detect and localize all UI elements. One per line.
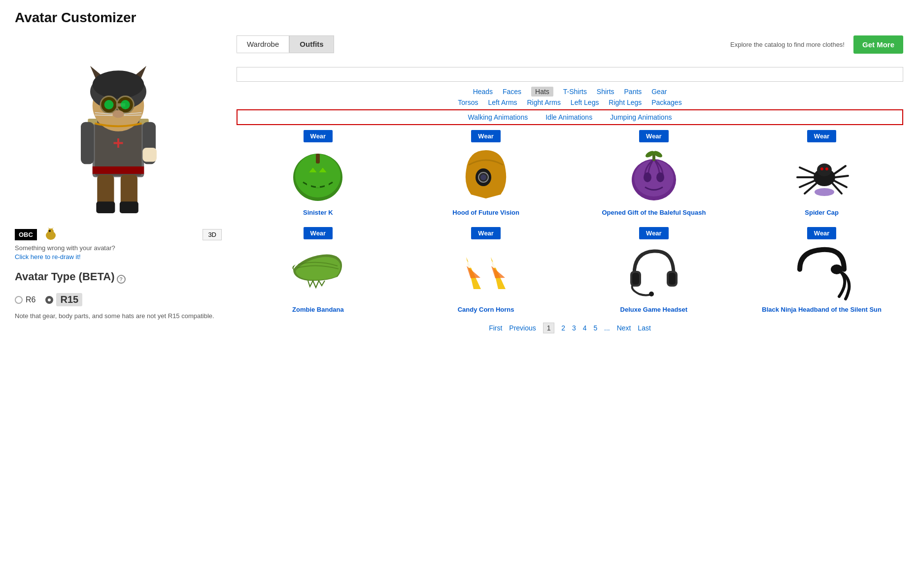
wear-button-8[interactable]: Wear [807,227,837,239]
avatar-type-title-row: Avatar Type (BETA) ? [15,270,222,288]
candy-corn-image [456,242,515,301]
r15-label: R15 [56,293,82,306]
radio-r15[interactable]: R15 [45,293,82,306]
svg-rect-2 [93,166,144,174]
svg-point-11 [104,100,114,109]
cat-hats-active[interactable]: Hats [531,87,553,97]
wear-button-2[interactable]: Wear [471,130,501,142]
cat-shirts[interactable]: Shirts [597,88,614,96]
pagination-previous[interactable]: Previous [509,324,536,332]
right-panel: Wardrobe Outfits Explore the catalog to … [237,35,903,332]
avatar-display [44,35,192,223]
anim-walking[interactable]: Walking Animations [468,113,528,121]
pagination-page-2[interactable]: 2 [561,324,565,332]
ninja-headband-image [792,242,851,301]
pagination-page-1[interactable]: 1 [543,323,555,333]
r6-label: R6 [26,295,35,304]
svg-point-64 [815,188,834,196]
pagination-page-5[interactable]: 5 [593,324,597,332]
bird-icon [44,228,58,241]
cat-left-arms[interactable]: Left Arms [488,98,517,106]
catalog-info-row: Explore the catalog to find more clothes… [730,35,903,54]
pagination-next[interactable]: Next [617,324,631,332]
item-name-1[interactable]: Sinister K [303,209,333,216]
wear-button-7[interactable]: Wear [639,227,669,239]
pagination: First Previous 1 2 3 4 5 ... Next Last [237,324,903,332]
help-icon[interactable]: ? [117,275,126,284]
svg-line-17 [124,115,141,116]
wear-button-3[interactable]: Wear [639,130,669,142]
redraw-link[interactable]: Click here to re-draw it! [15,253,81,261]
zombie-bandana-image [288,242,347,301]
cat-gear[interactable]: Gear [651,88,667,96]
wear-button-4[interactable]: Wear [807,130,837,142]
spider-image [792,145,851,204]
animation-row-wrap: Walking Animations Idle Animations Jumpi… [237,109,903,125]
item-name-8[interactable]: Black Ninja Headband of the Silent Sun [762,306,882,313]
cat-right-legs[interactable]: Right Legs [609,98,642,106]
item-card-6: Wear [405,227,568,314]
item-name-7[interactable]: Deluxe Game Headset [620,306,688,313]
cat-tshirts[interactable]: T-Shirts [563,88,587,96]
btn-3d[interactable]: 3D [203,229,222,240]
avatar-footer: OBC 3D Something wrong with your avatar?… [15,228,222,261]
item-image-7 [624,242,683,301]
badge-row: OBC 3D [15,228,222,241]
page-title: Avatar Customizer [15,10,903,26]
item-image-4 [792,145,851,204]
anim-jumping[interactable]: Jumping Animations [610,113,672,121]
item-name-4[interactable]: Spider Cap [805,209,839,216]
pagination-first[interactable]: First [489,324,502,332]
tab-wardrobe[interactable]: Wardrobe [237,35,289,53]
item-card-8: Wear Black Ninja Headband of the Sile [740,227,903,314]
item-card-7: Wear [573,227,736,314]
pagination-page-4[interactable]: 4 [583,324,587,332]
note-text: Note that gear, body parts, and some hat… [15,311,222,321]
svg-point-12 [121,100,130,109]
item-image-3 [624,145,683,204]
svg-rect-20 [81,122,94,164]
wear-button-6[interactable]: Wear [471,227,501,239]
svg-line-15 [95,115,113,116]
item-card-3: Wear [573,130,736,217]
wear-button-1[interactable]: Wear [304,130,333,142]
cat-pants[interactable]: Pants [624,88,642,96]
animation-row: Walking Animations Idle Animations Jumpi… [237,109,903,125]
cat-right-arms[interactable]: Right Arms [527,98,560,106]
svg-rect-75 [669,273,676,285]
pagination-page-3[interactable]: 3 [572,324,576,332]
search-input[interactable] [237,67,903,82]
tab-outfits[interactable]: Outfits [289,35,334,53]
svg-rect-37 [316,184,320,188]
item-card-5: Wear [237,227,400,314]
main-layout: OBC 3D Something wrong with your avatar?… [15,35,903,332]
cat-left-legs[interactable]: Left Legs [571,98,599,106]
get-more-button[interactable]: Get More [853,35,903,54]
svg-rect-22 [142,148,157,162]
item-card-2: Wear Ho [405,130,568,217]
category-nav-row1: Heads Faces Hats T-Shirts Shirts Pants G… [237,88,903,125]
cat-heads[interactable]: Heads [473,88,493,96]
pagination-last[interactable]: Last [638,324,650,332]
item-name-2[interactable]: Hood of Future Vision [452,209,519,216]
svg-rect-25 [96,201,115,213]
hood-image [456,145,515,204]
cat-packages[interactable]: Packages [651,98,681,106]
item-name-6[interactable]: Candy Corn Horns [458,306,514,313]
svg-point-46 [634,160,674,196]
svg-rect-26 [120,201,138,213]
cat-torsos[interactable]: Torsos [458,98,478,106]
anim-idle[interactable]: Idle Animations [545,113,592,121]
item-image-5 [288,242,347,301]
svg-point-51 [656,172,664,182]
svg-rect-36 [307,182,311,187]
sinister-k-image [288,145,347,204]
radio-r6[interactable]: R6 [15,295,35,304]
item-name-5[interactable]: Zombie Bandana [292,306,344,313]
svg-marker-71 [492,261,500,268]
cat-faces[interactable]: Faces [503,88,521,96]
r6-circle [15,296,23,304]
wear-button-5[interactable]: Wear [304,227,333,239]
item-name-3[interactable]: Opened Gift of the Baleful Squash [602,209,706,216]
radio-row: R6 R15 [15,293,222,306]
